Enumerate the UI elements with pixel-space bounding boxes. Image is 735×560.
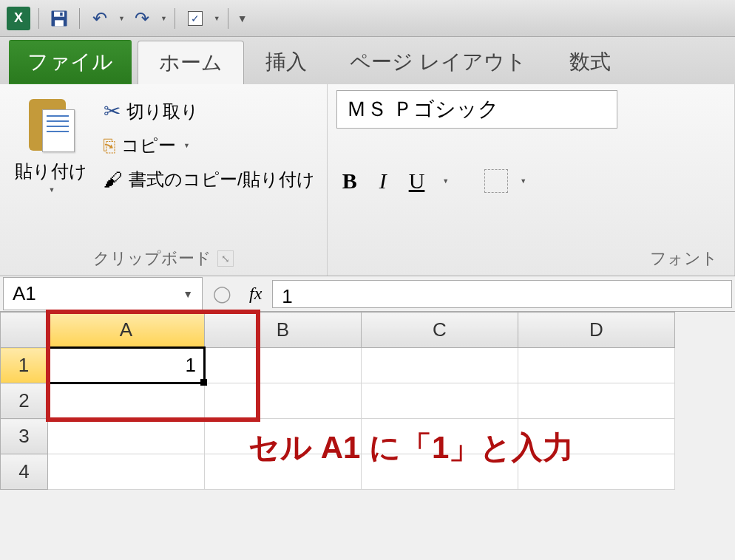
cut-label: 切り取り: [126, 100, 199, 123]
row-header-2[interactable]: 2: [1, 383, 48, 419]
col-header-a[interactable]: A: [48, 313, 205, 348]
cell-b1[interactable]: [205, 348, 362, 383]
cell-a2[interactable]: [48, 383, 205, 419]
separator: [175, 8, 175, 29]
scissors-icon: ✂: [104, 99, 121, 123]
font-group: ＭＳ Ｐゴシック B I U ▼ ▼ フォント: [328, 84, 735, 276]
name-box[interactable]: A1 ▼: [3, 277, 203, 310]
copy-dropdown[interactable]: ▼: [183, 142, 190, 149]
tab-pagelayout[interactable]: ページ レイアウト: [328, 40, 548, 84]
excel-app-icon[interactable]: [6, 6, 31, 31]
tab-home[interactable]: ホーム: [138, 41, 244, 84]
copy-icon: ⎘: [104, 134, 115, 157]
paste-button[interactable]: 貼り付け ▼: [9, 90, 93, 245]
col-header-b[interactable]: B: [205, 313, 362, 348]
checkbox-dropdown[interactable]: ▼: [214, 15, 220, 22]
tab-insert[interactable]: 挿入: [244, 40, 328, 84]
italic-button[interactable]: I: [373, 165, 393, 197]
cell-c2[interactable]: [362, 383, 518, 419]
bold-button[interactable]: B: [336, 165, 363, 197]
separator: [79, 8, 80, 29]
underline-dropdown[interactable]: ▼: [442, 177, 449, 185]
paste-dropdown[interactable]: ▼: [49, 186, 55, 194]
namebox-dropdown[interactable]: ▼: [183, 288, 193, 300]
cell-c1[interactable]: [362, 348, 518, 383]
undo-dropdown[interactable]: ▼: [118, 15, 125, 22]
checkbox-toggle[interactable]: ✓: [183, 6, 208, 31]
formatpainter-button[interactable]: 🖌 書式のコピー/貼り付け: [101, 165, 318, 194]
cell-a4[interactable]: [48, 454, 205, 490]
copy-label: コピー: [121, 134, 176, 157]
copy-button[interactable]: ⎘ コピー ▼: [101, 131, 318, 160]
separator: [38, 8, 39, 29]
cell-d1[interactable]: [518, 348, 675, 383]
clipboard-expand[interactable]: ⤡: [217, 250, 234, 267]
redo-dropdown[interactable]: ▼: [160, 15, 167, 22]
select-all-corner[interactable]: [1, 313, 48, 348]
cell-a1[interactable]: 1: [48, 348, 205, 383]
tab-file[interactable]: ファイル: [9, 40, 132, 84]
row-header-1[interactable]: 1: [1, 348, 48, 383]
brush-icon: 🖌: [104, 168, 123, 191]
ribbon-tabs: ファイル ホーム 挿入 ページ レイアウト 数式: [0, 37, 735, 84]
clipboard-icon: [29, 96, 73, 155]
separator: [228, 8, 228, 29]
save-button[interactable]: [47, 6, 72, 31]
undo-button[interactable]: ↶: [87, 6, 112, 31]
name-box-value: A1: [13, 282, 36, 305]
quick-access-toolbar: ↶ ▼ ↷ ▼ ✓ ▼ ▼: [0, 0, 735, 37]
fx-button[interactable]: fx: [239, 284, 272, 304]
annotation-text: セル A1 に「1」と入力: [248, 427, 574, 468]
svg-rect-3: [60, 12, 63, 16]
undo-icon: ↶: [92, 8, 107, 29]
font-group-label: フォント: [650, 247, 718, 270]
svg-rect-1: [54, 11, 64, 16]
clipboard-group-label: クリップボード: [93, 247, 211, 270]
formula-buttons: ◯: [206, 284, 239, 304]
underline-button[interactable]: U: [403, 165, 431, 197]
border-button[interactable]: [484, 169, 508, 193]
border-dropdown[interactable]: ▼: [520, 177, 526, 185]
row-header-3[interactable]: 3: [1, 419, 48, 454]
redo-icon: ↷: [135, 8, 149, 29]
cell-a3[interactable]: [48, 419, 205, 454]
col-header-c[interactable]: C: [362, 313, 518, 348]
ribbon-content: 貼り付け ▼ ✂ 切り取り ⎘ コピー ▼ 🖌 書式のコピー/貼り付け: [0, 84, 735, 276]
grid-area: A B C D 1 1 2 3 4: [0, 312, 735, 490]
font-name-selector[interactable]: ＭＳ Ｐゴシック: [336, 90, 617, 129]
cut-button[interactable]: ✂ 切り取り: [101, 96, 318, 126]
svg-rect-2: [55, 20, 64, 26]
col-header-d[interactable]: D: [518, 313, 675, 348]
cell-b2[interactable]: [205, 383, 362, 419]
paste-label: 貼り付け: [15, 160, 87, 183]
formula-input[interactable]: 1: [272, 280, 732, 308]
clipboard-group: 貼り付け ▼ ✂ 切り取り ⎘ コピー ▼ 🖌 書式のコピー/貼り付け: [0, 84, 328, 276]
row-header-4[interactable]: 4: [1, 454, 48, 490]
qat-customize[interactable]: ▼: [237, 13, 248, 24]
redo-button[interactable]: ↷: [129, 6, 155, 31]
formula-bar: A1 ▼ ◯ fx 1: [0, 276, 735, 312]
formula-circle-icon: ◯: [213, 284, 231, 304]
tab-formulas[interactable]: 数式: [548, 40, 632, 84]
formatpainter-label: 書式のコピー/貼り付け: [129, 168, 315, 191]
cell-d2[interactable]: [518, 383, 675, 419]
